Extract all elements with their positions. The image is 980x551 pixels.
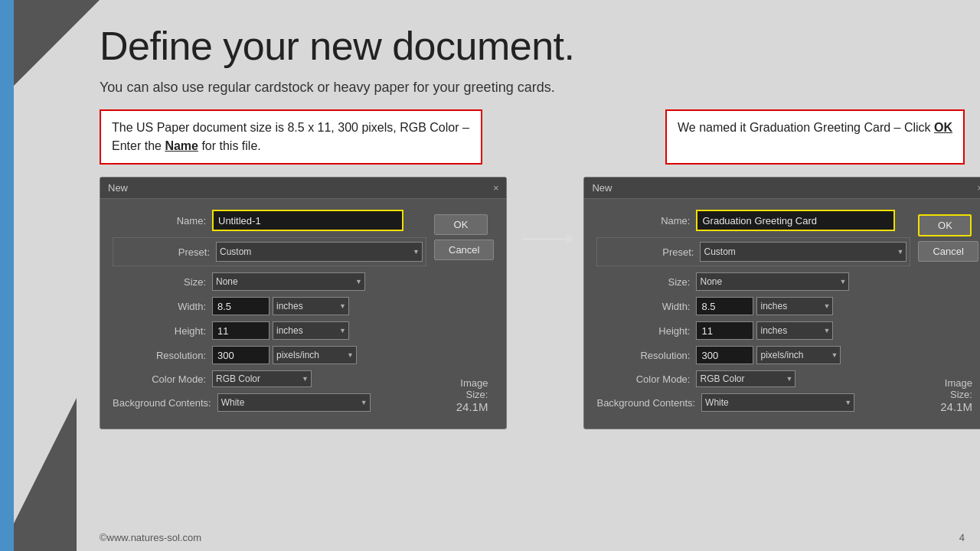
- dialog-left-layout: Name: Preset: Custom: [113, 210, 494, 418]
- image-size-left: Image Size: 24.1M: [434, 373, 494, 418]
- dialog-right-layout: Name: Preset: Custom: [596, 210, 978, 418]
- resolution-input-left[interactable]: [212, 346, 270, 364]
- dialogs-row: New × Name: Preset:: [100, 177, 965, 429]
- callout-right-ok: OK: [934, 121, 952, 134]
- dialog-left-right-col: OK Cancel Image Size: 24.1M: [434, 210, 494, 418]
- image-size-value-right: 24.1M: [924, 400, 972, 413]
- bg-label-left: Background Contents:: [113, 397, 217, 409]
- resolution-label-left: Resolution:: [113, 350, 212, 361]
- preset-select-wrap-left: Custom: [216, 242, 423, 262]
- width-input-left[interactable]: [212, 297, 270, 315]
- dialog-right-body: Name: Preset: Custom: [584, 199, 980, 429]
- colormode-select-wrap-right: RGB Color: [696, 370, 795, 387]
- callout-left-underline: Name: [165, 139, 198, 152]
- size-row-left: Size: None: [113, 272, 426, 291]
- resolution-unit-right[interactable]: pixels/inch: [756, 346, 841, 364]
- preset-row-left: Preset: Custom: [116, 242, 423, 262]
- dialog-left-fields: Name: Preset: Custom: [113, 210, 426, 418]
- colormode-label-left: Color Mode:: [113, 373, 212, 385]
- height-row-right: Height: inches: [596, 321, 910, 340]
- image-size-label-right: Image Size:: [924, 377, 972, 400]
- top-left-triangle: [0, 0, 100, 99]
- height-unit-right[interactable]: inches: [756, 321, 833, 340]
- bg-row-left: Background Contents: White: [113, 393, 426, 412]
- size-select-wrap-right: None: [696, 272, 849, 291]
- preset-select-left[interactable]: Custom: [216, 242, 423, 262]
- bg-label-right: Background Contents:: [596, 397, 701, 409]
- size-row-right: Size: None: [596, 272, 910, 291]
- name-label: Name:: [113, 215, 212, 227]
- height-unit-wrap-left: inches: [273, 321, 349, 340]
- width-input-right[interactable]: [696, 297, 753, 315]
- resolution-row-left: Resolution: pixels/inch: [113, 346, 426, 364]
- height-unit-wrap-right: inches: [756, 321, 833, 340]
- width-unit-wrap-left: inches: [273, 297, 349, 315]
- width-row-left: Width: inches: [113, 297, 426, 315]
- bg-select-right[interactable]: White: [701, 393, 854, 412]
- height-label-left: Height:: [113, 325, 212, 337]
- width-unit-right[interactable]: inches: [756, 297, 833, 315]
- width-unit-left[interactable]: inches: [273, 297, 349, 315]
- name-row: Name:: [113, 210, 426, 231]
- footer: ©www.natures-sol.com 4: [100, 532, 965, 543]
- resolution-unit-wrap-right: pixels/inch: [756, 346, 841, 364]
- width-row-right: Width: inches: [596, 297, 910, 315]
- arrow-connector: [522, 238, 568, 240]
- colormode-label-right: Color Mode:: [596, 373, 696, 385]
- resolution-input-right[interactable]: [696, 346, 753, 364]
- bg-select-wrap-right: White: [701, 393, 854, 412]
- width-unit-wrap-right: inches: [756, 297, 833, 315]
- callout-row: The US Paper document size is 8.5 x 11, …: [100, 109, 965, 165]
- blue-accent-bar: [0, 0, 14, 551]
- ok-button-left[interactable]: OK: [434, 214, 488, 235]
- colormode-select-left[interactable]: RGB Color: [212, 370, 312, 387]
- name-label-right: Name:: [596, 215, 696, 227]
- dialog-left-title-text: New: [108, 182, 128, 194]
- footer-copyright: ©www.natures-sol.com: [100, 532, 201, 543]
- resolution-row-right: Resolution: pixels/inch: [596, 346, 910, 364]
- slide-subtitle: You can also use regular cardstock or he…: [100, 80, 965, 96]
- height-input-left[interactable]: [212, 321, 270, 340]
- resolution-unit-wrap-left: pixels/inch: [273, 346, 357, 364]
- size-label-right: Size:: [596, 276, 696, 288]
- image-size-right: Image Size: 24.1M: [918, 373, 978, 418]
- resolution-unit-left[interactable]: pixels/inch: [273, 346, 357, 364]
- height-unit-left[interactable]: inches: [273, 321, 349, 340]
- bg-select-left[interactable]: White: [217, 393, 371, 412]
- dialog-right-close[interactable]: ×: [977, 182, 980, 194]
- preset-section-right: Preset: Custom: [596, 237, 910, 266]
- preset-label-left: Preset:: [116, 246, 216, 258]
- footer-page: 4: [959, 532, 965, 543]
- dialog-left-close[interactable]: ×: [493, 182, 499, 194]
- resolution-label-right: Resolution:: [596, 350, 696, 361]
- preset-select-wrap-right: Custom: [700, 242, 906, 262]
- preset-label-right: Preset:: [600, 246, 700, 258]
- name-input-right[interactable]: [696, 210, 895, 231]
- preset-row-right: Preset: Custom: [600, 242, 906, 262]
- image-size-value-left: 24.1M: [440, 400, 488, 413]
- cancel-button-left[interactable]: Cancel: [434, 240, 494, 260]
- callout-right-start: We named it Graduation Greeting Card – C…: [678, 121, 934, 134]
- colormode-select-right[interactable]: RGB Color: [696, 370, 795, 387]
- dialog-right-fields: Name: Preset: Custom: [596, 210, 910, 418]
- main-content: Define your new document. You can also u…: [100, 23, 965, 528]
- image-size-label-left: Image Size:: [440, 377, 488, 400]
- cancel-button-right[interactable]: Cancel: [918, 241, 978, 262]
- callout-right: We named it Graduation Greeting Card – C…: [665, 109, 965, 165]
- callout-left-end: for this file.: [198, 139, 261, 152]
- arrow-line: [522, 238, 568, 240]
- width-label-right: Width:: [596, 301, 696, 312]
- height-input-right[interactable]: [696, 321, 753, 340]
- size-select-wrap-left: None: [212, 272, 365, 291]
- size-select-left[interactable]: None: [212, 272, 365, 291]
- colormode-select-wrap-left: RGB Color: [212, 370, 312, 387]
- bg-row-right: Background Contents: White: [596, 393, 910, 412]
- slide-title: Define your new document.: [100, 23, 965, 69]
- size-select-right[interactable]: None: [696, 272, 849, 291]
- name-input-left[interactable]: [212, 210, 403, 231]
- ok-button-right[interactable]: OK: [918, 214, 972, 236]
- height-label-right: Height:: [596, 325, 696, 337]
- preset-select-right[interactable]: Custom: [700, 242, 906, 262]
- size-label-left: Size:: [113, 276, 212, 288]
- bg-select-wrap-left: White: [217, 393, 371, 412]
